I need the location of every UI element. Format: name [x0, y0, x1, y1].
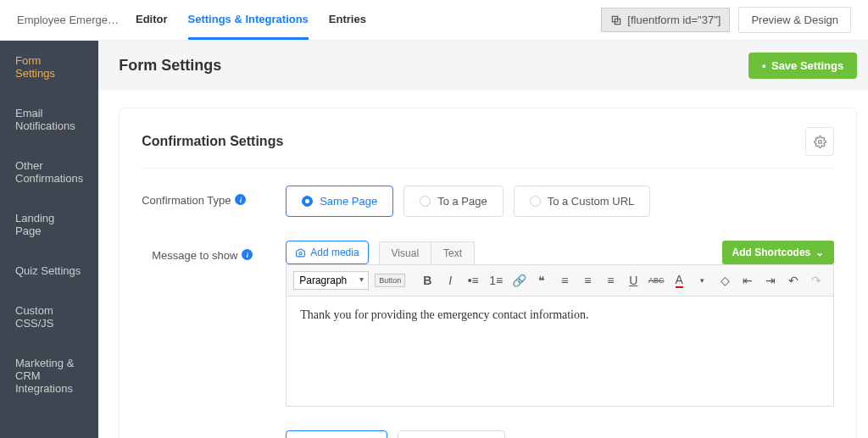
label-after-submission: After Form Submission i — [142, 430, 286, 438]
radio-icon — [302, 196, 313, 207]
shortcode-text: [fluentform id="37"] — [627, 14, 721, 26]
option-reset-form[interactable]: Reset Form — [398, 430, 505, 438]
add-shortcodes-button[interactable]: Add Shortcodes ⌄ — [722, 241, 835, 264]
option-to-page[interactable]: To a Page — [403, 186, 504, 217]
tab-settings[interactable]: Settings & Integrations — [188, 1, 309, 40]
italic-button[interactable]: I — [440, 270, 460, 291]
save-settings-button[interactable]: Save Settings — [748, 53, 858, 79]
editor-toolbar: Paragraph Button B I •≡ 1≡ 🔗 ❝ ≡ ≡ ≡ U A… — [286, 264, 834, 297]
preview-button[interactable]: Preview & Design — [738, 7, 851, 33]
align-right-button[interactable]: ≡ — [600, 270, 620, 291]
sidebar-item-form-settings[interactable]: Form Settings — [0, 41, 98, 93]
color-dropdown-icon[interactable]: ▾ — [692, 270, 712, 291]
chevron-down-icon: ⌄ — [815, 247, 824, 258]
sidebar-item-quiz-settings[interactable]: Quiz Settings — [0, 251, 98, 291]
info-icon[interactable]: i — [242, 249, 253, 260]
media-icon — [295, 247, 306, 258]
blockquote-button[interactable]: ❝ — [531, 270, 552, 291]
editor-content[interactable]: Thank you for providing the emergency co… — [286, 297, 834, 407]
radio-icon — [530, 196, 541, 207]
sidebar-item-other-confirmations[interactable]: Other Confirmations — [0, 146, 98, 198]
editor-tab-visual[interactable]: Visual — [379, 241, 431, 264]
form-title: Employee Emergenc... — [17, 14, 119, 26]
align-left-button[interactable]: ≡ — [554, 270, 575, 291]
svg-point-3 — [299, 252, 302, 254]
sidebar-item-landing-page[interactable]: Landing Page — [0, 198, 98, 251]
gear-icon — [814, 136, 826, 148]
copy-icon — [610, 14, 622, 26]
sidebar-item-custom-css-js[interactable]: Custom CSS/JS — [0, 291, 98, 343]
text-color-button[interactable]: A — [669, 270, 689, 291]
number-list-button[interactable]: 1≡ — [486, 270, 506, 291]
clear-format-button[interactable]: ◇ — [715, 270, 735, 291]
top-tabs: Editor Settings & Integrations Entries — [136, 1, 366, 40]
underline-button[interactable]: U — [623, 270, 643, 291]
option-to-custom-url[interactable]: To a Custom URL — [514, 186, 651, 217]
tab-entries[interactable]: Entries — [329, 1, 366, 40]
undo-button[interactable]: ↶ — [783, 270, 804, 291]
section-title: Confirmation Settings — [142, 134, 283, 149]
button-dropdown[interactable]: Button — [375, 274, 405, 287]
bullet-list-button[interactable]: •≡ — [463, 270, 483, 291]
sidebar-item-marketing-crm[interactable]: Marketing & CRM Integrations — [0, 343, 98, 408]
shortcode-copy[interactable]: [fluentform id="37"] — [601, 8, 730, 32]
redo-button[interactable]: ↷ — [806, 270, 826, 291]
outdent-button[interactable]: ⇤ — [737, 270, 758, 291]
tab-editor[interactable]: Editor — [136, 1, 168, 40]
option-same-page[interactable]: Same Page — [286, 186, 393, 217]
editor-tab-text[interactable]: Text — [431, 241, 475, 264]
page-header: Form Settings Save Settings — [98, 41, 868, 91]
top-bar: Employee Emergenc... Editor Settings & I… — [0, 0, 868, 41]
section-gear-button[interactable] — [805, 127, 834, 156]
paragraph-select[interactable]: Paragraph — [293, 271, 369, 290]
indent-button[interactable]: ⇥ — [760, 270, 781, 291]
info-icon[interactable]: i — [235, 194, 246, 205]
svg-point-2 — [818, 140, 821, 143]
align-center-button[interactable]: ≡ — [577, 270, 598, 291]
settings-sidebar: Form Settings Email Notifications Other … — [0, 41, 98, 438]
radio-icon — [420, 196, 431, 207]
page-title: Form Settings — [119, 57, 221, 75]
option-hide-form[interactable]: Hide Form — [286, 430, 387, 438]
add-media-button[interactable]: Add media — [286, 241, 368, 264]
sidebar-item-email-notifications[interactable]: Email Notifications — [0, 93, 98, 146]
link-button[interactable]: 🔗 — [509, 270, 529, 291]
confirmation-panel: Confirmation Settings Confirmation Type … — [119, 108, 857, 438]
bold-button[interactable]: B — [417, 270, 437, 291]
strikethrough-button[interactable]: ABC — [646, 270, 666, 291]
label-message-to-show: Message to show i — [142, 241, 286, 407]
label-confirmation-type: Confirmation Type i — [142, 186, 286, 217]
